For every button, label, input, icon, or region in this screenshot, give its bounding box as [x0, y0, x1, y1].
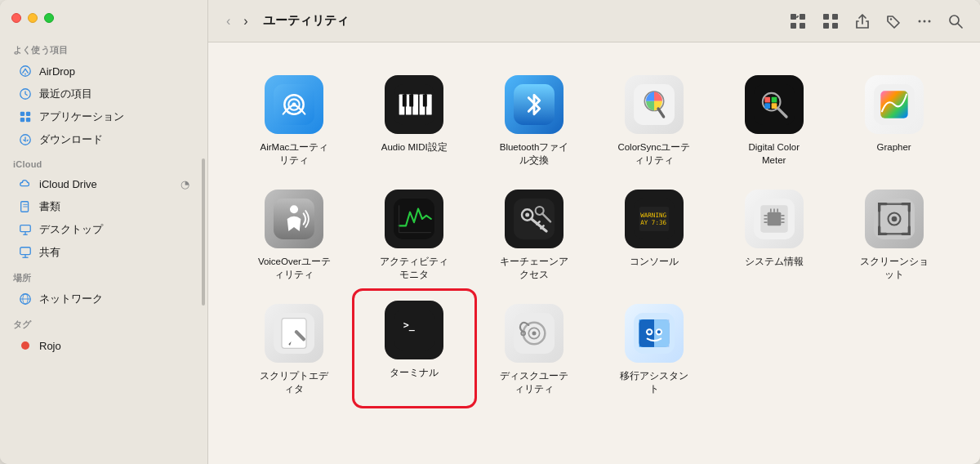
downloads-label: ダウンロード: [39, 132, 103, 147]
app-icon-terminal: >_: [385, 301, 443, 359]
svg-rect-94: [282, 319, 306, 349]
svg-point-102: [532, 332, 537, 336]
svg-rect-3: [20, 112, 24, 116]
app-label-activity: アクティビティモニタ: [377, 255, 451, 281]
svg-rect-56: [764, 103, 770, 109]
app-airmac[interactable]: AirMacユーティリティ: [234, 62, 354, 176]
sidebar-item-network[interactable]: ネットワーク: [5, 288, 203, 310]
toolbar: ‹ › ユーティリティ: [208, 0, 980, 42]
share-button[interactable]: [851, 10, 874, 33]
app-script[interactable]: スクリプトエディタ: [234, 291, 354, 405]
svg-rect-28: [832, 23, 838, 29]
app-midi[interactable]: Audio MIDI設定: [354, 62, 474, 176]
app-icon-migration: [625, 304, 684, 363]
svg-text:AY 7:36: AY 7:36: [640, 219, 666, 226]
app-console[interactable]: WARNING AY 7:36 コンソール: [594, 176, 714, 291]
svg-rect-4: [26, 112, 30, 116]
svg-rect-21: [791, 14, 796, 20]
svg-rect-26: [832, 14, 838, 20]
svg-line-34: [958, 24, 962, 28]
svg-rect-24: [800, 23, 805, 29]
svg-point-1: [24, 74, 26, 75]
back-button[interactable]: ‹: [221, 11, 235, 32]
app-icon-digital: [745, 75, 804, 134]
search-button[interactable]: [944, 10, 967, 33]
nav-buttons: ‹ ›: [221, 11, 253, 32]
app-label-midi: Audio MIDI設定: [381, 141, 448, 154]
shared-label: 共有: [39, 245, 60, 260]
close-button[interactable]: [11, 13, 21, 23]
tag-button[interactable]: [882, 10, 905, 33]
view-list-button[interactable]: [818, 9, 843, 33]
app-icon-diskutil: [505, 304, 564, 363]
app-label-grapher: Grapher: [876, 141, 911, 154]
svg-point-114: [657, 331, 661, 334]
app-icon-sysinfo: [745, 190, 804, 248]
app-icon-voiceover: [265, 190, 323, 248]
sidebar-item-recents[interactable]: 最近の項目: [5, 83, 203, 105]
scrollbar[interactable]: [202, 158, 205, 306]
app-label-voiceover: VoiceOverユーティリティ: [257, 255, 331, 281]
app-label-diskutil: ディスクユーティリティ: [497, 369, 571, 395]
sidebar-item-tag-red[interactable]: Rojo: [5, 334, 203, 357]
svg-rect-46: [409, 95, 413, 107]
maximize-button[interactable]: [44, 13, 54, 23]
toolbar-actions: [786, 9, 967, 33]
app-label-airmac: AirMacユーティリティ: [257, 141, 331, 167]
sidebar-item-desktop[interactable]: デスクトップ: [5, 218, 203, 241]
airdrop-label: AirDrop: [39, 65, 75, 78]
desktop-icon: [18, 222, 33, 237]
app-icon-script: [265, 304, 323, 363]
more-button[interactable]: [913, 10, 936, 33]
app-bluetooth[interactable]: Bluetoothファイル交換: [474, 62, 595, 176]
app-sysinfo[interactable]: システム情報: [714, 176, 834, 291]
icloud-icon: [18, 176, 33, 191]
documents-label: 書類: [39, 199, 60, 214]
sidebar-item-airdrop[interactable]: AirDrop: [5, 60, 203, 83]
sidebar-section-icloud: iCloud: [0, 151, 207, 172]
app-voiceover[interactable]: VoiceOverユーティリティ: [234, 176, 354, 291]
app-terminal[interactable]: >_ ターミナル: [354, 291, 474, 405]
app-screenshot[interactable]: スクリーンショット: [834, 176, 954, 291]
svg-rect-23: [791, 23, 796, 29]
app-icon-bluetooth: [505, 75, 564, 134]
app-icon-screenshot: [865, 190, 924, 248]
app-grapher[interactable]: Grapher: [834, 62, 954, 176]
svg-rect-25: [823, 14, 829, 20]
forward-button[interactable]: ›: [238, 11, 252, 32]
app-keychain[interactable]: キーチェーンアクセス: [474, 176, 595, 291]
app-icon-colorsync: [625, 75, 684, 134]
sidebar-section-favorites: よく使う項目: [0, 36, 207, 60]
sidebar-item-documents[interactable]: 書類: [5, 195, 203, 218]
main-panel: ‹ › ユーティリティ: [208, 0, 980, 464]
app-activity[interactable]: アクティビティモニタ: [354, 176, 474, 291]
app-diskutil[interactable]: ディスクユーティリティ: [474, 291, 595, 405]
svg-point-31: [924, 20, 926, 22]
sidebar-section-tags: タグ: [0, 310, 207, 334]
svg-line-8: [27, 140, 29, 141]
app-migration[interactable]: 移行アシスタント: [594, 291, 714, 405]
app-label-keychain: キーチェーンアクセス: [497, 255, 571, 281]
app-digital[interactable]: Digital Color Meter: [714, 62, 834, 176]
recents-icon: [18, 87, 33, 101]
sidebar-item-applications[interactable]: アプリケーション: [5, 105, 203, 128]
app-icon-midi: [385, 75, 443, 134]
sidebar-item-downloads[interactable]: ダウンロード: [5, 128, 203, 151]
sidebar-item-shared[interactable]: 共有: [5, 241, 203, 264]
svg-point-30: [919, 20, 921, 22]
sidebar-item-icloud-drive[interactable]: iCloud Drive ◔: [5, 172, 203, 195]
svg-text:>_: >_: [403, 320, 416, 332]
minimize-button[interactable]: [28, 13, 38, 23]
sidebar: よく使う項目 AirDrop 最近の項目 アプリケーション ダウンロード iCl…: [0, 0, 208, 464]
tag-red-label: Rojo: [39, 340, 61, 352]
svg-rect-27: [823, 23, 829, 29]
app-colorsync[interactable]: ColorSyncユーティリティ: [594, 62, 714, 176]
svg-point-32: [929, 20, 931, 22]
svg-rect-6: [26, 118, 30, 122]
svg-rect-44: [426, 95, 432, 115]
view-icon-button[interactable]: [786, 9, 810, 33]
svg-rect-62: [394, 199, 434, 239]
network-icon: [18, 292, 33, 306]
svg-point-29: [890, 18, 892, 20]
svg-point-113: [648, 331, 651, 334]
